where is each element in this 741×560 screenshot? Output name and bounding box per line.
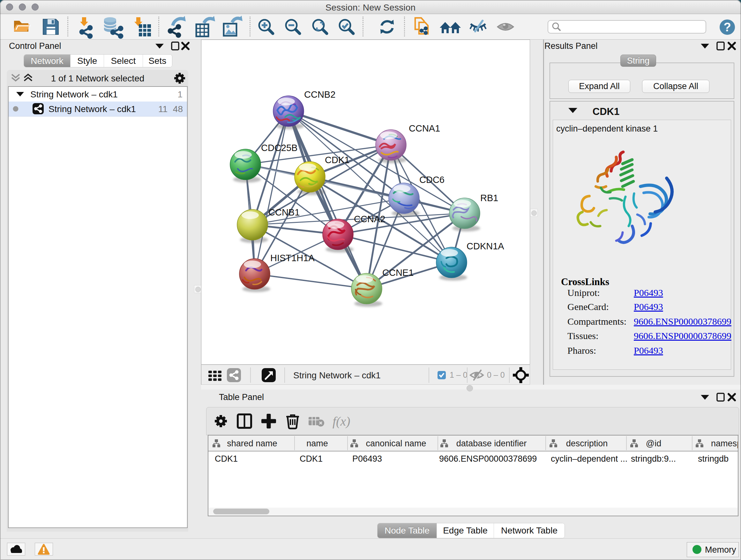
svg-text:String Network – cdk1: String Network – cdk1 [49,104,136,114]
svg-text:f(x): f(x) [333,414,350,428]
svg-text:CDK1: CDK1 [325,155,349,165]
svg-text:CDC25B: CDC25B [261,143,297,153]
svg-text:?: ? [724,20,731,34]
svg-text:Memory: Memory [705,545,736,555]
svg-text:CCNA2: CCNA2 [354,214,385,224]
svg-text:0 – 0: 0 – 0 [487,370,505,379]
svg-text:CDKN1A: CDKN1A [467,241,504,251]
svg-text:CDK1: CDK1 [593,106,619,117]
svg-text:1 of 1 Network selected: 1 of 1 Network selected [51,73,145,83]
svg-text:CCNB2: CCNB2 [304,89,335,100]
svg-text:namespace: namespace [711,439,738,448]
svg-text:description: description [566,439,608,448]
svg-text:CCNA1: CCNA1 [409,123,440,133]
svg-text:@id: @id [646,439,661,448]
svg-text:1 – 0: 1 – 0 [450,370,468,379]
svg-text:HIST1H1A: HIST1H1A [270,253,315,263]
svg-text:String Network – cdk1: String Network – cdk1 [30,89,118,99]
svg-text:String Network – cdk1: String Network – cdk1 [293,370,381,380]
svg-text:CCNE1: CCNE1 [382,267,414,278]
svg-text:CCNB1: CCNB1 [268,207,300,217]
svg-text:database identifier: database identifier [456,439,527,448]
svg-text:canonical name: canonical name [366,439,426,448]
svg-text:name: name [307,439,328,448]
svg-text:11: 11 [158,104,167,114]
svg-text:1: 1 [178,89,183,99]
svg-text:shared name: shared name [227,439,277,448]
svg-text:48: 48 [173,104,183,114]
svg-text:RB1: RB1 [480,193,498,203]
svg-text:CDC6: CDC6 [419,175,445,185]
